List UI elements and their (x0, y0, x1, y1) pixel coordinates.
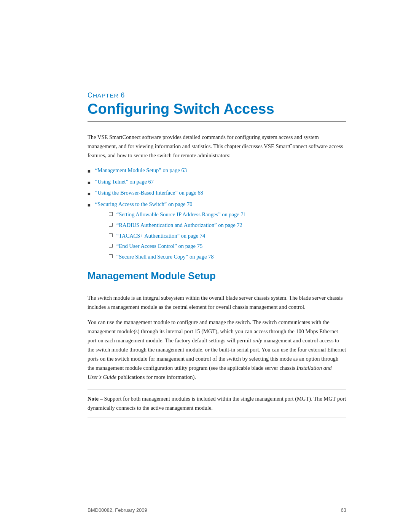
sub-bullet-icon (109, 233, 113, 237)
note-text: Support for both management modules is i… (88, 396, 346, 411)
title-divider (88, 121, 346, 122)
body-paragraph-1: The switch module is an integral subsyst… (88, 294, 346, 312)
bullet-icon: ■ (88, 167, 91, 175)
link-management-module[interactable]: “Management Module Setup” on page 63 (95, 166, 187, 175)
sub-bullet-list: “Setting Allowable Source IP Address Ran… (109, 210, 246, 262)
footer-left: BMD00082, February 2009 (88, 507, 147, 513)
link-secure-shell[interactable]: “Secure Shell and Secure Copy” on page 7… (116, 252, 214, 262)
footer-right: 63 (341, 507, 346, 513)
chapter-number: 6 (121, 91, 125, 99)
chapter-label: CHAPTER 6 (88, 91, 346, 99)
link-using-telnet[interactable]: “Using Telnet” on page 67 (95, 177, 154, 187)
list-item: ■ “Using the Browser-Based Interface” on… (88, 189, 346, 198)
note-label: Note – (88, 396, 103, 402)
list-item: ■ “Using Telnet” on page 67 (88, 177, 346, 187)
list-item: ■ “Management Module Setup” on page 63 (88, 166, 346, 175)
link-securing-access[interactable]: “Securing Access to the Switch” on page … (95, 201, 193, 207)
chapter-title: Configuring Switch Access (88, 101, 346, 118)
sub-list-item: “TACACS+ Authentication” on page 74 (109, 232, 246, 241)
note-box: Note – Support for both management modul… (88, 390, 346, 418)
sub-list-item: “End User Access Control” on page 75 (109, 242, 246, 251)
sub-list-item: “Secure Shell and Secure Copy” on page 7… (109, 252, 246, 262)
sub-list-item: “RADIUS Authentication and Authorization… (109, 221, 246, 230)
chapter-label-text: CHAPTER 6 (88, 91, 125, 99)
sub-bullet-icon (109, 254, 113, 258)
sub-bullet-icon (109, 223, 113, 227)
intro-paragraph: The VSE SmartConnect software provides d… (88, 133, 346, 160)
bullet-icon: ■ (88, 190, 91, 198)
link-browser-based[interactable]: “Using the Browser-Based Interface” on p… (95, 189, 203, 198)
sub-bullet-icon (109, 212, 113, 216)
link-source-ip[interactable]: “Setting Allowable Source IP Address Ran… (116, 210, 246, 219)
page-footer: BMD00082, February 2009 63 (0, 507, 411, 513)
bullet-icon: ■ (88, 179, 91, 187)
link-radius-auth[interactable]: “RADIUS Authentication and Authorization… (116, 221, 242, 230)
sub-list-item: “Setting Allowable Source IP Address Ran… (109, 210, 246, 219)
link-end-user-access[interactable]: “End User Access Control” on page 75 (116, 242, 202, 251)
content-area: CHAPTER 6 Configuring Switch Access The … (0, 0, 411, 448)
bullet-icon: ■ (88, 201, 91, 209)
main-bullet-list: ■ “Management Module Setup” on page 63 ■… (88, 166, 346, 263)
list-item: ■ “Securing Access to the Switch” on pag… (88, 200, 346, 264)
sub-bullet-icon (109, 244, 113, 248)
body-paragraph-2: You can use the management module to con… (88, 318, 346, 382)
section-divider (88, 285, 346, 285)
page: CHAPTER 6 Configuring Switch Access The … (0, 0, 411, 532)
link-tacacs[interactable]: “TACACS+ Authentication” on page 74 (116, 232, 205, 241)
section-title: Management Module Setup (88, 270, 346, 282)
